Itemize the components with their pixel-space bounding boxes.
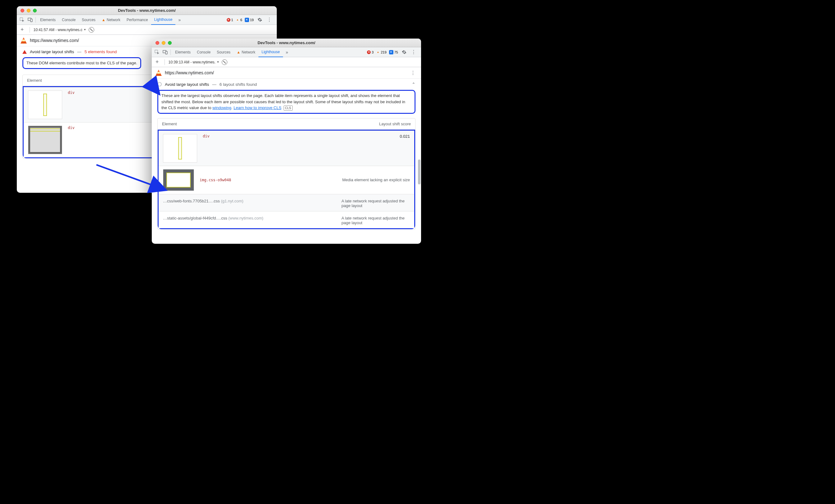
svg-rect-5 xyxy=(165,51,167,54)
table-row[interactable]: div 0.021 xyxy=(159,131,414,166)
audit-title-text: Avoid large layout shifts xyxy=(30,49,74,54)
request-origin: (g1.nyt.com) xyxy=(221,199,243,203)
highlighted-rows: div 0.021 img.css-o9w048 Media element l… xyxy=(158,130,415,229)
traffic-lights xyxy=(152,41,172,45)
tab-network-label: Network xyxy=(242,50,255,55)
maximize-icon[interactable] xyxy=(168,41,172,45)
chevron-up-icon[interactable]: ⌃ xyxy=(412,82,415,87)
clear-icon[interactable] xyxy=(222,59,227,65)
dash: — xyxy=(212,82,217,87)
gear-icon[interactable] xyxy=(256,16,264,24)
warning-count[interactable]: ▲6 xyxy=(235,18,243,22)
titlebar: DevTools - www.nytimes.com/ xyxy=(152,39,421,47)
tab-sources[interactable]: Sources xyxy=(213,47,233,57)
device-icon[interactable] xyxy=(161,48,169,56)
maximize-icon[interactable] xyxy=(33,9,37,13)
layout-shift-score: 0.021 xyxy=(400,134,410,139)
more-tabs-icon[interactable]: » xyxy=(283,48,291,56)
chevron-down-icon: ▼ xyxy=(217,61,219,63)
root-cause: Media element lacking an explicit size xyxy=(342,177,410,182)
report-dropdown[interactable]: 10:41:57 AM - www.nytimes.c ▼ xyxy=(34,28,86,32)
tab-network[interactable]: ▲Network xyxy=(99,15,123,25)
tab-lighthouse[interactable]: Lighthouse xyxy=(259,47,283,57)
devtools-window-right: DevTools - www.nytimes.com/ Elements Con… xyxy=(152,39,421,244)
warning-count[interactable]: ▲219 xyxy=(375,50,387,54)
traffic-lights xyxy=(17,9,37,13)
inspect-icon[interactable] xyxy=(153,48,161,56)
table-header: Element Layout shift score xyxy=(158,119,415,130)
page-url: https://www.nytimes.com/ xyxy=(165,70,214,75)
kebab-icon[interactable]: ⋮ xyxy=(265,17,274,23)
tab-console[interactable]: Console xyxy=(194,47,213,57)
svg-rect-2 xyxy=(30,19,32,22)
audit-description: These are the largest layout shifts obse… xyxy=(157,90,415,114)
divider xyxy=(36,17,36,23)
element-thumbnail xyxy=(28,126,62,154)
devtools-tabbar: Elements Console Sources ▲Network Perfor… xyxy=(17,15,277,25)
tab-performance[interactable]: Performance xyxy=(123,15,151,25)
close-icon[interactable] xyxy=(21,9,24,13)
link-windowing[interactable]: windowing xyxy=(212,105,231,110)
element-thumbnail xyxy=(163,169,194,191)
window-title: DevTools - www.nytimes.com/ xyxy=(152,40,421,45)
devtools-tabbar: Elements Console Sources ▲Network Lighth… xyxy=(152,47,421,57)
cls-chip: CLS xyxy=(284,105,293,111)
report-content: Avoid large layout shifts — 6 layout shi… xyxy=(152,79,421,244)
info-icon xyxy=(157,82,162,86)
element-code: div xyxy=(68,126,75,130)
element-code: div xyxy=(68,90,75,95)
error-count[interactable]: ✕3 xyxy=(366,50,374,54)
root-cause: A late network request adjusted the page… xyxy=(342,216,410,225)
col-score: Layout shift score xyxy=(379,122,411,126)
layout-shift-table: Element Layout shift score div 0.021 img… xyxy=(157,118,415,229)
col-element: Element xyxy=(27,78,42,83)
kebab-icon[interactable]: ⋮ xyxy=(409,49,418,55)
element-thumbnail xyxy=(28,90,62,119)
new-report-icon[interactable]: + xyxy=(19,26,26,33)
scrollbar[interactable] xyxy=(418,160,421,184)
report-dropdown-label: 10:39:13 AM - www.nytimes. xyxy=(168,60,216,64)
close-icon[interactable] xyxy=(156,41,159,45)
table-row[interactable]: …css/web-fonts.7705b21….css (g1.nyt.com)… xyxy=(159,194,414,211)
tab-network[interactable]: ▲Network xyxy=(233,47,259,57)
table-row[interactable]: img.css-o9w048 Media element lacking an … xyxy=(159,166,414,194)
table-row[interactable]: …static-assets/global-f449cfd….css (www.… xyxy=(159,211,414,228)
divider xyxy=(164,59,165,65)
device-icon[interactable] xyxy=(26,16,34,24)
inspect-icon[interactable] xyxy=(18,16,26,24)
tab-sources[interactable]: Sources xyxy=(79,15,99,25)
audit-count: 5 elements found xyxy=(85,49,117,54)
tab-lighthouse[interactable]: Lighthouse xyxy=(151,15,176,25)
more-tabs-icon[interactable]: » xyxy=(176,16,183,24)
report-menu-icon[interactable]: ⋮ xyxy=(409,70,418,76)
gear-icon[interactable] xyxy=(400,48,408,56)
request-origin: (www.nytimes.com) xyxy=(228,216,263,220)
tab-elements[interactable]: Elements xyxy=(37,15,59,25)
divider xyxy=(29,27,30,33)
warning-icon: ▲ xyxy=(237,50,240,55)
dash: — xyxy=(77,49,81,54)
audit-title-text: Avoid large layout shifts xyxy=(165,82,209,87)
report-dropdown[interactable]: 10:39:13 AM - www.nytimes. ▼ xyxy=(168,60,219,64)
link-learn-cls[interactable]: Learn how to improve CLS xyxy=(233,105,282,110)
error-count[interactable]: ✕1 xyxy=(226,18,234,22)
page-url: https://www.nytimes.com/ xyxy=(30,38,79,43)
issue-count[interactable]: ✕19 xyxy=(244,18,254,22)
minimize-icon[interactable] xyxy=(162,41,165,45)
report-dropdown-label: 10:41:57 AM - www.nytimes.c xyxy=(34,28,82,32)
element-thumbnail xyxy=(163,134,197,163)
minimize-icon[interactable] xyxy=(27,9,30,13)
tab-console[interactable]: Console xyxy=(59,15,79,25)
lighthouse-subbar: + 10:41:57 AM - www.nytimes.c ▼ xyxy=(17,25,277,35)
audit-description-text: These DOM elements contribute most to th… xyxy=(26,61,137,65)
divider xyxy=(170,49,171,55)
new-report-icon[interactable]: + xyxy=(154,59,161,65)
request-path: …css/web-fonts.7705b21….css (g1.nyt.com) xyxy=(163,199,244,208)
audit-count: 6 layout shifts found xyxy=(220,82,257,87)
audit-header[interactable]: Avoid large layout shifts — 6 layout shi… xyxy=(157,82,415,87)
clear-icon[interactable] xyxy=(89,27,94,33)
fail-icon xyxy=(22,50,27,54)
issue-count[interactable]: ✕75 xyxy=(388,50,399,55)
tab-elements[interactable]: Elements xyxy=(172,47,194,57)
request-path: …static-assets/global-f449cfd….css (www.… xyxy=(163,216,263,225)
